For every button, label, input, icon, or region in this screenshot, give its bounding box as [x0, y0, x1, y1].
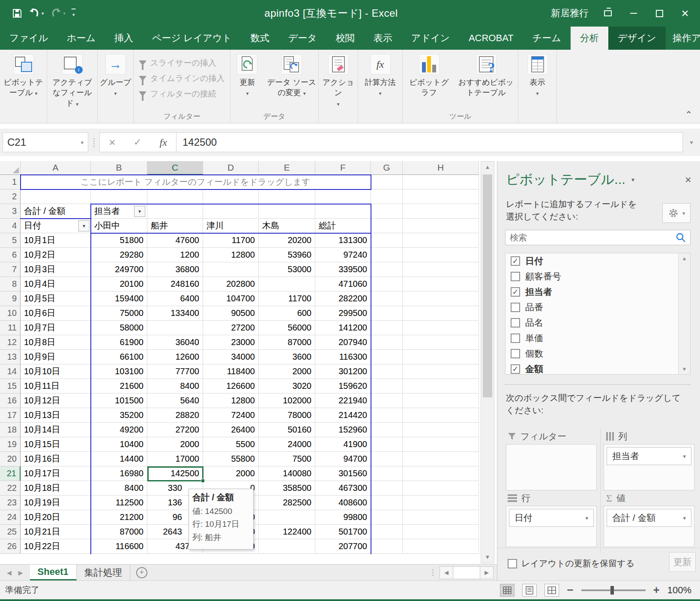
value-cell[interactable]: 56000 [259, 321, 315, 335]
value-cell[interactable]: 133400 [147, 306, 203, 321]
vertical-scrollbar[interactable]: ▲ ▼ [481, 161, 494, 563]
value-cell[interactable]: 6400 [147, 291, 203, 306]
tab-ホーム[interactable]: ホーム [57, 27, 105, 50]
value-cell[interactable]: 20100 [91, 277, 147, 291]
empty-cell[interactable] [371, 408, 403, 423]
value-cell[interactable]: 3600 [259, 350, 315, 364]
row-header-22[interactable]: 22 [0, 481, 21, 496]
value-cell[interactable]: 10400 [91, 437, 147, 452]
actions-button[interactable]: アクション▾ [319, 53, 358, 123]
date-cell[interactable]: 10月20日 [21, 510, 91, 525]
maximize-button[interactable] [653, 7, 666, 20]
col-header-G[interactable]: G [371, 161, 403, 175]
value-cell[interactable] [259, 539, 315, 554]
value-cell[interactable]: 14400 [91, 452, 147, 466]
empty-cell[interactable] [371, 262, 403, 277]
col-header-F[interactable]: F [315, 161, 371, 175]
empty-cell[interactable] [403, 277, 479, 291]
date-cell[interactable]: 10月18日 [21, 481, 91, 496]
formula-bar-grip[interactable] [88, 138, 99, 147]
value-cell[interactable]: 5500 [203, 437, 259, 452]
empty-cell[interactable] [403, 350, 479, 364]
empty-cell[interactable] [403, 262, 479, 277]
empty-cell[interactable] [403, 496, 479, 510]
group-button[interactable]: → グループ▾ [98, 53, 133, 123]
insert-function-button[interactable]: fx [159, 137, 167, 148]
empty-cell[interactable] [371, 525, 403, 539]
value-cell[interactable]: 27200 [203, 321, 259, 335]
close-button[interactable]: × [679, 7, 691, 20]
value-cell[interactable]: 17000 [147, 452, 203, 466]
value-cell[interactable]: 207700 [315, 539, 371, 554]
zoom-slider[interactable] [581, 589, 646, 591]
value-cell[interactable]: 214420 [315, 408, 371, 423]
empty-cell[interactable] [403, 525, 479, 539]
empty-cell[interactable] [371, 364, 403, 379]
row-header-15[interactable]: 15 [0, 379, 21, 394]
empty-cell[interactable] [371, 437, 403, 452]
value-cell[interactable]: 55800 [203, 452, 259, 466]
value-cell[interactable]: 600 [259, 306, 315, 321]
row-header-7[interactable]: 7 [0, 262, 21, 277]
tab-デザイン[interactable]: デザイン [608, 27, 666, 50]
value-cell[interactable]: 358500 [259, 481, 315, 496]
empty-cell[interactable] [403, 248, 479, 262]
value-cell[interactable]: 16980 [91, 466, 147, 481]
value-cell[interactable]: 104700 [203, 291, 259, 306]
date-cell[interactable]: 10月6日 [21, 306, 91, 321]
date-cell[interactable]: 10月3日 [21, 262, 91, 277]
value-cell[interactable]: 101500 [91, 394, 147, 408]
value-cell[interactable]: 53000 [259, 262, 315, 277]
value-cell[interactable]: 140080 [259, 466, 315, 481]
zoom-percent[interactable]: 100% [667, 585, 691, 596]
value-cell[interactable]: 12800 [203, 394, 259, 408]
empty-cell[interactable] [371, 335, 403, 350]
field-item-品名[interactable]: 品名 [506, 315, 690, 331]
empty-cell[interactable] [371, 452, 403, 466]
value-cell[interactable]: 36800 [147, 262, 203, 277]
value-cell[interactable] [203, 262, 259, 277]
formula-input[interactable]: 142500 [176, 132, 683, 152]
value-cell[interactable]: 72400 [203, 408, 259, 423]
value-cell[interactable]: 99800 [315, 510, 371, 525]
value-cell[interactable]: 24000 [259, 437, 315, 452]
value-cell[interactable]: 102000 [259, 394, 315, 408]
values-area-item[interactable]: 合計 / 金額 ▾ [607, 509, 691, 527]
rows-area-item[interactable]: 日付 ▾ [509, 509, 594, 527]
row-header-20[interactable]: 20 [0, 452, 21, 466]
horizontal-scroll-track[interactable] [453, 566, 480, 579]
sheet-tab-集計処理[interactable]: 集計処理 [77, 565, 130, 580]
empty-cell[interactable] [371, 539, 403, 554]
row-field-filter-button[interactable]: ▾ [78, 220, 90, 231]
empty-cell[interactable] [403, 335, 479, 350]
date-cell[interactable]: 10月7日 [21, 321, 91, 335]
field-item-日付[interactable]: ✓日付 [506, 253, 690, 269]
empty-cell[interactable] [403, 379, 479, 394]
fill-handle[interactable] [201, 479, 205, 483]
insert-slicer-button[interactable]: スライサーの挿入 [139, 57, 224, 69]
value-cell[interactable]: 11700 [203, 233, 259, 248]
user-name[interactable]: 新居雅行 [551, 7, 589, 20]
value-cell[interactable]: 34000 [203, 350, 259, 364]
tab-ページ レイアウト[interactable]: ページ レイアウト [143, 27, 241, 50]
checked-checkbox[interactable]: ✓ [511, 256, 520, 266]
value-cell[interactable]: 299500 [315, 306, 371, 321]
value-cell[interactable]: 87000 [91, 525, 147, 539]
value-cell[interactable]: 131300 [315, 233, 371, 248]
row-header-10[interactable]: 10 [0, 306, 21, 321]
value-cell[interactable]: 20200 [259, 233, 315, 248]
pane-close-icon[interactable]: × [685, 173, 691, 186]
row-header-8[interactable]: 8 [0, 277, 21, 291]
tab-数式[interactable]: 数式 [241, 27, 279, 50]
empty-cell[interactable] [403, 466, 479, 481]
value-cell[interactable]: 49200 [91, 423, 147, 437]
tab-チーム[interactable]: チーム [523, 27, 571, 50]
value-cell[interactable]: 53960 [259, 248, 315, 262]
date-cell[interactable]: 10月9日 [21, 350, 91, 364]
value-cell[interactable]: 12600 [147, 350, 203, 364]
zoom-in-button[interactable]: + [653, 583, 660, 597]
unchecked-checkbox[interactable] [511, 318, 520, 328]
row-header-11[interactable]: 11 [0, 321, 21, 335]
col-header-C[interactable]: C [147, 161, 203, 175]
value-cell[interactable] [259, 510, 315, 525]
